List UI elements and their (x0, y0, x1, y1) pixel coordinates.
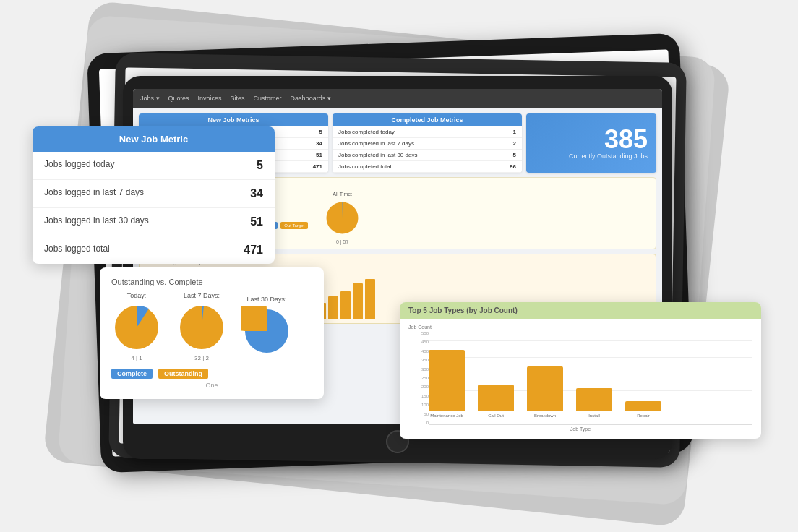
njm-val-1: 5 (257, 159, 263, 172)
njm-label-2: Jobs logged in last 7 days (44, 187, 144, 200)
ovc-legend-outstanding: Outstanding (158, 369, 208, 379)
jt-bar (527, 366, 563, 411)
ovc-charts-row: Today: 4 | 1 Last 7 Days: 32 | 2 Last 30… (111, 292, 312, 361)
njm-label-3: Jobs logged in last 30 days (44, 215, 149, 228)
jt-y-label: Job Count (408, 325, 752, 330)
ovc-legend: Complete Outstanding (111, 369, 312, 379)
jt-header: Top 5 Job Types (by Job Count) (400, 302, 761, 319)
nav-sites[interactable]: Sites (231, 95, 245, 102)
top5-jobtypes-floating-card: Top 5 Job Types (by Job Count) Job Count… (400, 302, 761, 439)
jt-bar-label: Call Out (488, 413, 504, 418)
njm-floating-header: New Job Metric (33, 126, 275, 152)
nav-customer[interactable]: Customer (254, 95, 282, 102)
ovc-legend-complete: Complete (111, 369, 153, 379)
jt-bar (478, 385, 514, 411)
nav-quotes[interactable]: Quotes (168, 95, 189, 102)
cjm-small-row-3: Jobs completed in last 30 days5 (332, 150, 522, 161)
pie-svg-3 (322, 198, 362, 238)
completed-job-metrics-card: Completed Job Metrics Jobs completed tod… (332, 113, 522, 173)
njm-small-header: New Job Metrics (139, 113, 328, 126)
ovc-pie-30days (241, 306, 292, 356)
ovc-today-val: 4 | 1 (131, 355, 142, 361)
one-label: One (111, 382, 312, 389)
nav-jobs[interactable]: Jobs ▾ (140, 95, 160, 102)
jt-bar-label: Repair (637, 413, 650, 418)
ovc-30days-label: Last 30 Days: (246, 296, 286, 303)
njm-row-2: Jobs logged in last 7 days 34 (33, 180, 275, 208)
jt-bar (576, 388, 612, 411)
cjm-small-row-1: Jobs completed today1 (332, 126, 522, 138)
jt-bar (625, 401, 661, 411)
cjm-small-header: Completed Job Metrics (332, 113, 522, 126)
outstanding-label: Currently Outstanding Jobs (569, 153, 648, 160)
pie-sub-3: 0 | 57 (336, 239, 348, 244)
jt-bar-label: Install (588, 413, 600, 418)
jt-bar-label: Maintenance Job (430, 413, 463, 418)
njm-label-4: Jobs logged total (44, 244, 110, 257)
outstanding-jobs-card: 385 Currently Outstanding Jobs (526, 113, 656, 173)
nav-invoices[interactable]: Invoices (198, 95, 222, 102)
jt-bar-group: Breakdown (527, 366, 563, 418)
outstanding-number: 385 (604, 126, 648, 153)
njm-row-3: Jobs logged in last 30 days 51 (33, 208, 275, 236)
jt-bars-container: Maintenance JobCall OutBreakdownInstallR… (408, 331, 752, 418)
legend-out-target: Out Target (280, 222, 308, 229)
ovc-7days-val: 32 | 2 (194, 355, 209, 361)
jt-bar-group: Repair (625, 401, 661, 418)
cjm-small-row-4: Jobs completed total86 (332, 161, 522, 173)
nav-dashboards[interactable]: Dashboards ▾ (291, 95, 331, 102)
ovc-pie-7days (176, 302, 227, 353)
small-bar (328, 296, 338, 319)
njm-val-2: 34 (250, 187, 263, 200)
jt-bar-group: Call Out (478, 385, 514, 418)
njm-val-4: 471 (244, 244, 263, 257)
ovc-7days-label: Last 7 Days: (184, 292, 220, 299)
jt-bar (429, 350, 465, 411)
ovc-today-chart: Today: 4 | 1 (111, 292, 162, 361)
new-job-metric-floating-card: New Job Metric Jobs logged today 5 Jobs … (33, 126, 275, 264)
pie-all-time-2: All Time: 0 | 57 (322, 192, 362, 244)
njm-label-1: Jobs logged today (44, 159, 114, 172)
ovc-today-label: Today: (127, 292, 147, 299)
jt-chart-area: Job Count 0 50 100 150 200 250 300 350 4… (408, 325, 752, 432)
ovc-title: Outstanding vs. Complete (111, 278, 312, 286)
ovc-pie-today (111, 302, 162, 353)
jt-bar-group: Install (576, 388, 612, 418)
njm-val-3: 51 (250, 215, 263, 228)
nav-bar: Jobs ▾ Quotes Invoices Sites Customer Da… (133, 89, 662, 108)
pie-label-3: All Time: (332, 192, 352, 197)
small-bar (365, 279, 375, 319)
jt-bar-group: Maintenance Job (429, 350, 465, 418)
jt-x-axis-label: Job Type (408, 426, 752, 432)
jt-bars-wrapper: 0 50 100 150 200 250 300 350 400 450 500 (408, 331, 752, 425)
ovc-30days-chart: Last 30 Days: (241, 296, 292, 359)
ovc-7days-chart: Last 7 Days: 32 | 2 (176, 292, 227, 361)
small-bar (340, 291, 351, 319)
njm-row-1: Jobs logged today 5 (33, 152, 275, 180)
cjm-small-row-2: Jobs completed in last 7 days2 (332, 138, 522, 150)
small-bar (353, 283, 363, 319)
jt-bar-label: Breakdown (534, 413, 556, 418)
njm-row-4: Jobs logged total 471 (33, 236, 275, 264)
outstanding-vs-floating-card: Outstanding vs. Complete Today: 4 | 1 La… (100, 267, 324, 399)
